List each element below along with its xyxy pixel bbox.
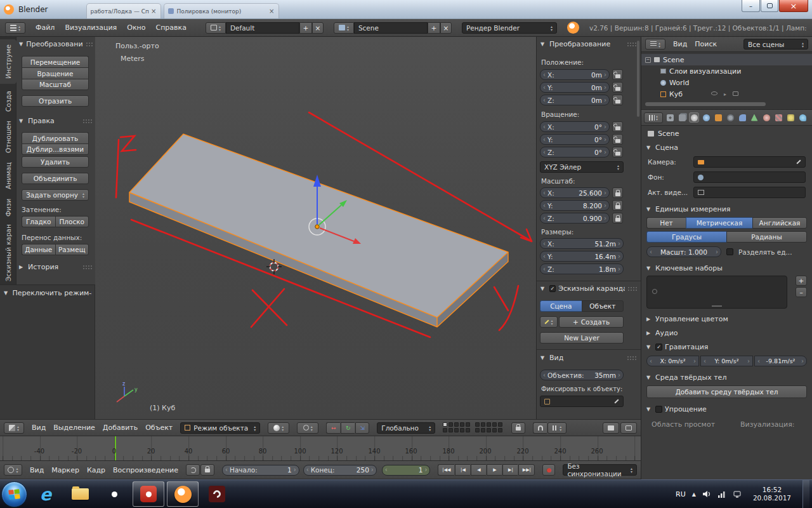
layer-toggle[interactable] [449, 422, 453, 427]
panel-grip[interactable] [82, 265, 93, 270]
sync-dropdown[interactable]: Без синхронизации [563, 464, 637, 476]
timeline-editor-type-button[interactable] [4, 464, 22, 476]
layer-toggle[interactable] [492, 422, 497, 427]
stepper-left[interactable]: ‹ [543, 72, 546, 78]
physics-tab-icon[interactable] [797, 112, 808, 123]
layout-browse-button[interactable] [206, 22, 226, 34]
view-menu[interactable]: Вид [32, 424, 46, 432]
stepper-left[interactable]: ‹ [543, 372, 546, 378]
menu-render[interactable]: Визуализация [65, 23, 117, 32]
units-none-button[interactable]: Нет [646, 217, 686, 229]
layer-toggle[interactable] [443, 428, 447, 432]
panel-grip[interactable] [627, 42, 637, 47]
lock-scale-z-button[interactable] [612, 213, 623, 224]
lock-rotation-y-button[interactable] [612, 134, 623, 145]
scene-tab-icon[interactable] [689, 112, 699, 123]
layer-toggle[interactable] [449, 428, 453, 432]
timeline-menu-frame[interactable]: Кадр [87, 466, 105, 474]
particles-tab-icon[interactable] [785, 112, 796, 123]
properties-editor-type-button[interactable] [644, 112, 663, 123]
renderability-camera-icon[interactable] [733, 91, 738, 96]
npanel-transform-header[interactable]: ▼ Преобразование [540, 40, 637, 48]
lock-location-z-button[interactable] [612, 95, 623, 105]
lock-object-field[interactable] [540, 396, 624, 407]
world-tab-icon[interactable] [701, 112, 711, 123]
manipulator-rotate-toggle[interactable]: ↻ [341, 422, 355, 434]
render-opengl-button[interactable] [603, 422, 619, 434]
object-menu[interactable]: Объект [145, 424, 173, 432]
layout-name-field[interactable]: Default [226, 22, 299, 34]
layer-toggle[interactable] [487, 428, 491, 432]
jump-prev-keyframe-button[interactable]: |◀ [455, 464, 470, 476]
shelf-transform-panel-header[interactable]: ▼ Преобразовани [19, 40, 93, 48]
scene-name-field[interactable]: Scene [354, 22, 428, 34]
gp-new-button[interactable]: +Создать [559, 316, 624, 328]
layer-toggle[interactable] [454, 422, 459, 427]
panel-grip[interactable] [627, 356, 637, 361]
eyedropper-icon[interactable] [614, 399, 619, 403]
gp-tab-object[interactable]: Объект [582, 300, 624, 312]
viewport-editor-type-button[interactable] [4, 422, 24, 434]
render-tab-icon[interactable] [665, 112, 675, 123]
minimize-button[interactable]: – [742, 0, 760, 12]
close-button[interactable]: × [779, 0, 808, 12]
layer-toggle[interactable] [487, 422, 491, 427]
maximize-button[interactable] [761, 0, 778, 12]
location-y-field[interactable]: ‹Y:0m› [540, 82, 610, 93]
rotation-z-field[interactable]: ‹Z:0°› [540, 147, 610, 157]
simplify-checkbox[interactable] [655, 406, 662, 413]
start-button[interactable] [1, 481, 27, 507]
gravity-panel-header[interactable]: ▼ ✓ Гравитация [641, 339, 812, 353]
timeline-ruler[interactable]: -40 -20 0 20 40 60 80 100 120 140 160 18… [0, 436, 641, 461]
color-management-panel-header[interactable]: ▶ Управление цветом [641, 310, 812, 325]
editor-type-button[interactable] [5, 22, 25, 34]
orientation-dropdown[interactable]: Глобально [377, 422, 435, 434]
outliner-hscrollbar[interactable] [645, 102, 766, 106]
tray-expand-icon[interactable]: ▲ [692, 491, 696, 497]
stepper-right[interactable]: › [604, 190, 606, 196]
location-z-field[interactable]: ‹Z:0m› [540, 95, 610, 105]
layer-toggle[interactable] [498, 422, 502, 427]
snap-toggle[interactable] [533, 422, 547, 434]
set-origin-dropdown[interactable]: Задать опорну [22, 189, 89, 201]
mode-dropdown[interactable]: Режим объекта [180, 422, 260, 434]
current-frame-field[interactable]: ‹ 1 › [382, 465, 431, 476]
stepper-right[interactable]: › [604, 203, 606, 209]
outliner-row-render-layers[interactable]: Слои визуализации [641, 65, 812, 77]
layout-delete-button[interactable]: × [312, 22, 324, 34]
layer-toggle[interactable] [481, 422, 485, 427]
add-menu[interactable]: Добавить [103, 424, 138, 432]
lock-location-x-button[interactable] [612, 69, 623, 80]
grease-pencil-checkbox[interactable]: ✓ [549, 285, 556, 292]
rotation-mode-dropdown[interactable]: XYZ Эйлер [540, 161, 624, 173]
camera-field[interactable] [693, 156, 806, 168]
stepper-right[interactable]: › [294, 467, 296, 473]
lock-camera-toggle[interactable] [511, 422, 525, 434]
layer-toggle[interactable] [475, 428, 480, 432]
snap-element-dropdown[interactable] [547, 422, 566, 434]
jump-to-start-button[interactable]: |◀◀ [438, 464, 454, 476]
layout-add-button[interactable]: + [299, 22, 312, 34]
stepper-left[interactable]: ‹ [543, 241, 546, 247]
stepper-right[interactable]: › [716, 249, 718, 255]
active-clip-field[interactable] [693, 187, 806, 198]
stepper-right[interactable]: › [604, 137, 606, 143]
auto-keyframe-record-button[interactable]: ● [542, 464, 555, 476]
stepper-right[interactable]: › [618, 241, 620, 247]
stepper-right[interactable]: › [604, 149, 606, 156]
layer-toggle[interactable] [492, 428, 497, 432]
panel-grip[interactable] [627, 286, 637, 291]
timeline-menu-marker[interactable]: Маркер [51, 466, 79, 474]
mirror-button[interactable]: Отразить [22, 95, 89, 107]
scale-x-field[interactable]: ‹X:25.600› [540, 187, 610, 198]
menu-window[interactable]: Окно [127, 23, 145, 32]
gravity-checkbox[interactable]: ✓ [655, 344, 662, 351]
layer-toggle[interactable] [466, 428, 470, 432]
menu-help[interactable]: Справка [155, 23, 186, 32]
stepper-right[interactable]: › [801, 358, 804, 364]
transfer-data-button[interactable]: Данные [22, 244, 55, 255]
outliner-display-dropdown[interactable]: Все сцены [743, 39, 808, 50]
taskbar-recorder-icon[interactable] [133, 481, 164, 507]
translate-button[interactable]: Перемещение [22, 56, 89, 67]
stepper-right[interactable]: › [618, 266, 620, 272]
